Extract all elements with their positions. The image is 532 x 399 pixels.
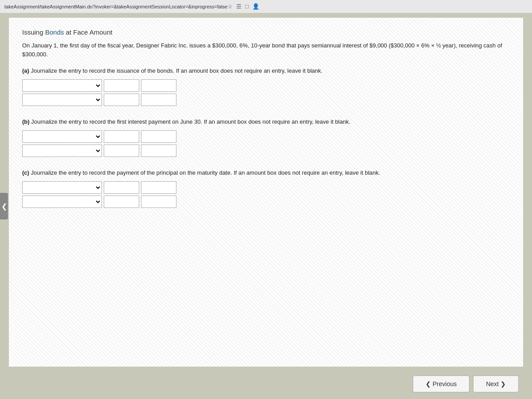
journal-credit-b1[interactable] [141, 130, 176, 143]
main-container: ❮ Issuing Bonds at Face Amount On Januar… [0, 13, 532, 399]
journal-debit-c2[interactable] [104, 196, 139, 208]
journal-select-c1[interactable] [22, 181, 102, 194]
content-wrapper: Issuing Bonds at Face Amount On January … [22, 28, 510, 208]
next-arrow: ❯ [501, 380, 506, 387]
question-a-grid [22, 79, 510, 106]
question-a-label: (a) Journalize the entry to record the i… [22, 67, 510, 74]
journal-select-a2[interactable] [22, 94, 102, 106]
menu-icon: ☰ [236, 3, 242, 10]
question-b-grid [22, 130, 510, 157]
previous-label: Previous [433, 380, 457, 387]
journal-select-a1[interactable] [22, 79, 102, 92]
previous-button[interactable]: ❮ Previous [413, 376, 469, 392]
question-c-grid [22, 181, 510, 208]
next-label: Next [486, 380, 499, 387]
journal-select-b1[interactable] [22, 130, 102, 143]
journal-debit-c1[interactable] [104, 181, 139, 194]
browser-icons: ☆ ☰ □ 👤 [227, 3, 259, 10]
journal-select-b2[interactable] [22, 145, 102, 157]
browser-bar: takeAssignment/takeAssignmentMain.do?inv… [0, 0, 532, 13]
journal-debit-a2[interactable] [104, 94, 139, 106]
journal-credit-a1[interactable] [141, 79, 176, 92]
window-icon: □ [245, 3, 249, 10]
journal-credit-c1[interactable] [141, 181, 176, 194]
question-c-label: (c) Journalize the entry to record the p… [22, 169, 510, 176]
previous-arrow: ❮ [426, 380, 431, 387]
left-tab-arrow[interactable]: ❮ [0, 193, 8, 219]
page-title: Issuing Bonds at Face Amount [22, 28, 510, 36]
question-b-section: (b) Journalize the entry to record the f… [22, 118, 510, 157]
bookmark-icon: ☆ [227, 3, 233, 10]
question-c-section: (c) Journalize the entry to record the p… [22, 169, 510, 208]
question-b-label: (b) Journalize the entry to record the f… [22, 118, 510, 125]
content-area: Issuing Bonds at Face Amount On January … [9, 18, 523, 367]
journal-debit-a1[interactable] [104, 79, 139, 92]
journal-credit-c2[interactable] [141, 196, 176, 208]
journal-credit-a2[interactable] [141, 94, 176, 106]
person-icon: 👤 [252, 3, 259, 10]
bottom-nav: ❮ Previous Next ❯ [0, 371, 532, 399]
bonds-link[interactable]: Bonds [45, 28, 64, 36]
journal-debit-b2[interactable] [104, 145, 139, 157]
next-button[interactable]: Next ❯ [473, 376, 519, 392]
journal-select-c2[interactable] [22, 196, 102, 208]
journal-debit-b1[interactable] [104, 130, 139, 143]
question-a-section: (a) Journalize the entry to record the i… [22, 67, 510, 106]
journal-credit-b2[interactable] [141, 145, 176, 157]
url-text: takeAssignment/takeAssignmentMain.do?inv… [4, 4, 227, 9]
intro-text: On January 1, the first day of the fisca… [22, 41, 510, 59]
